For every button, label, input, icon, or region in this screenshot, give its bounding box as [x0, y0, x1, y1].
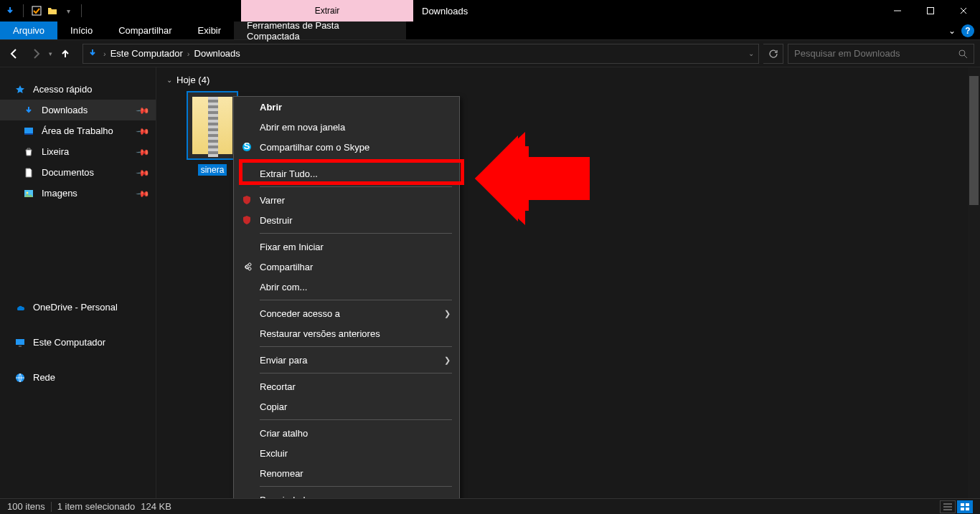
ctx-extract-all[interactable]: Extrair Tudo...: [234, 163, 459, 184]
chevron-right-icon: ❯: [444, 309, 451, 318]
view-details-button[interactable]: [940, 500, 956, 513]
pictures-icon: [23, 188, 34, 199]
svg-rect-14: [961, 508, 964, 510]
sidebar-onedrive[interactable]: OneDrive - Personal: [0, 297, 156, 318]
scrollbar-thumb[interactable]: [969, 76, 979, 205]
svg-rect-1: [928, 8, 934, 14]
qat-dropdown-icon[interactable]: ▾: [62, 5, 74, 16]
svg-rect-4: [24, 133, 33, 135]
breadcrumb-downloads[interactable]: Downloads: [194, 48, 240, 59]
share-icon: [241, 261, 253, 272]
close-button[interactable]: [947, 0, 980, 22]
view-icons-button[interactable]: [957, 500, 973, 513]
ctx-separator: [260, 346, 452, 347]
breadcrumb-separator[interactable]: ›: [103, 49, 106, 58]
breadcrumb-separator-2[interactable]: ›: [187, 49, 190, 58]
maximize-button[interactable]: [914, 0, 947, 22]
tab-compressed-tools[interactable]: Ferramentas de Pasta Compactada: [234, 22, 406, 39]
forward-button[interactable]: [27, 45, 44, 62]
quick-access-toolbar: ▾: [0, 0, 89, 22]
contextual-tab-extract[interactable]: Extrair: [241, 0, 413, 22]
downloads-icon: [23, 105, 34, 116]
pin-icon[interactable]: 📌: [136, 123, 151, 138]
status-selected: 1 item selecionado: [57, 501, 135, 512]
search-icon[interactable]: [958, 49, 968, 59]
minimize-button[interactable]: [881, 0, 914, 22]
group-header-today[interactable]: ⌄ Hoje (4): [166, 75, 970, 85]
star-icon: [14, 84, 26, 95]
ctx-pin-start[interactable]: Fixar em Iniciar: [234, 237, 459, 257]
ctx-create-shortcut[interactable]: Criar atalho: [234, 423, 459, 443]
search-box[interactable]: [788, 44, 974, 64]
ctx-grant-access[interactable]: Conceder acesso a❯: [234, 303, 459, 323]
sidebar-downloads[interactable]: Downloads 📌: [0, 100, 156, 120]
svg-rect-13: [966, 503, 969, 506]
ctx-copy[interactable]: Copiar: [234, 396, 459, 417]
sidebar-documents[interactable]: Documentos 📌: [0, 162, 156, 183]
chevron-down-icon[interactable]: ⌄: [166, 76, 172, 84]
svg-rect-15: [966, 508, 969, 510]
ctx-scan[interactable]: Varrer: [234, 190, 459, 210]
ribbon-collapse-icon[interactable]: ⌄: [948, 26, 956, 36]
back-button[interactable]: [6, 45, 23, 62]
sidebar-desktop[interactable]: Área de Trabalho 📌: [0, 120, 156, 141]
tab-file[interactable]: Arquivo: [0, 22, 57, 39]
sidebar-label: Imagens: [42, 188, 77, 199]
ctx-restore-versions[interactable]: Restaurar versões anteriores: [234, 323, 459, 343]
checkbox-icon[interactable]: [31, 5, 42, 16]
history-dropdown-icon[interactable]: ▾: [49, 50, 52, 57]
refresh-button[interactable]: [763, 44, 783, 64]
window-title: Downloads: [413, 0, 881, 22]
ribbon-tabs: Arquivo Início Compartilhar Exibir Ferra…: [0, 22, 980, 40]
svg-rect-0: [32, 6, 41, 15]
ctx-shred[interactable]: Destruir: [234, 210, 459, 230]
status-bar: 100 itens 1 item selecionado 124 KB: [0, 498, 980, 514]
ctx-open-with[interactable]: Abrir com...: [234, 277, 459, 297]
tab-home[interactable]: Início: [57, 22, 105, 39]
ctx-delete[interactable]: Excluir: [234, 443, 459, 463]
ctx-send-to[interactable]: Enviar para❯: [234, 350, 459, 370]
up-button[interactable]: [57, 45, 74, 62]
shield-icon: [241, 194, 253, 206]
ctx-share-skype[interactable]: SCompartilhar com o Skype: [234, 137, 459, 157]
ctx-rename[interactable]: Renomear: [234, 463, 459, 483]
ctx-share[interactable]: Compartilhar: [234, 257, 459, 277]
ctx-cut[interactable]: Recortar: [234, 376, 459, 396]
ctx-open-new-window[interactable]: Abrir em nova janela: [234, 117, 459, 137]
tab-view[interactable]: Exibir: [185, 22, 235, 39]
sidebar-recycle[interactable]: Lixeira 📌: [0, 141, 156, 162]
navigation-pane: Acesso rápido Downloads 📌 Área de Trabal…: [0, 67, 156, 498]
sidebar-this-pc[interactable]: Este Computador: [0, 332, 156, 353]
sidebar-label: Rede: [33, 372, 55, 383]
status-item-count: 100 itens: [7, 501, 45, 512]
sidebar-label: Este Computador: [33, 337, 105, 348]
search-input[interactable]: [794, 48, 958, 59]
pin-icon[interactable]: 📌: [136, 165, 151, 180]
window-controls: [881, 0, 980, 22]
skype-icon: S: [241, 141, 253, 153]
pin-icon[interactable]: 📌: [136, 144, 151, 159]
breadcrumb-pc[interactable]: Este Computador: [110, 48, 183, 59]
pin-icon[interactable]: 📌: [136, 103, 151, 118]
sidebar-label: Acesso rápido: [33, 84, 92, 95]
sidebar-label: Lixeira: [42, 146, 69, 157]
sidebar-label: Documentos: [42, 167, 94, 178]
ctx-open[interactable]: Abrir: [234, 97, 459, 117]
status-size: 124 KB: [141, 501, 171, 512]
tab-share[interactable]: Compartilhar: [105, 22, 184, 39]
help-icon[interactable]: ?: [961, 24, 974, 37]
sidebar-network[interactable]: Rede: [0, 367, 156, 388]
address-dropdown-icon[interactable]: ⌄: [748, 49, 754, 57]
folder-icon[interactable]: [47, 5, 58, 16]
view-switcher: [940, 500, 973, 513]
vertical-scrollbar[interactable]: [968, 67, 980, 498]
pc-icon: [14, 337, 26, 348]
sidebar-quick-access[interactable]: Acesso rápido: [0, 79, 156, 100]
pin-icon[interactable]: 📌: [136, 186, 151, 201]
downloads-icon: [88, 48, 99, 60]
sidebar-pictures[interactable]: Imagens 📌: [0, 183, 156, 204]
ctx-separator: [260, 486, 452, 487]
file-name-label[interactable]: sinera: [198, 164, 227, 176]
address-bar[interactable]: › Este Computador › Downloads ⌄: [83, 44, 759, 64]
down-arrow-icon[interactable]: [4, 5, 16, 16]
